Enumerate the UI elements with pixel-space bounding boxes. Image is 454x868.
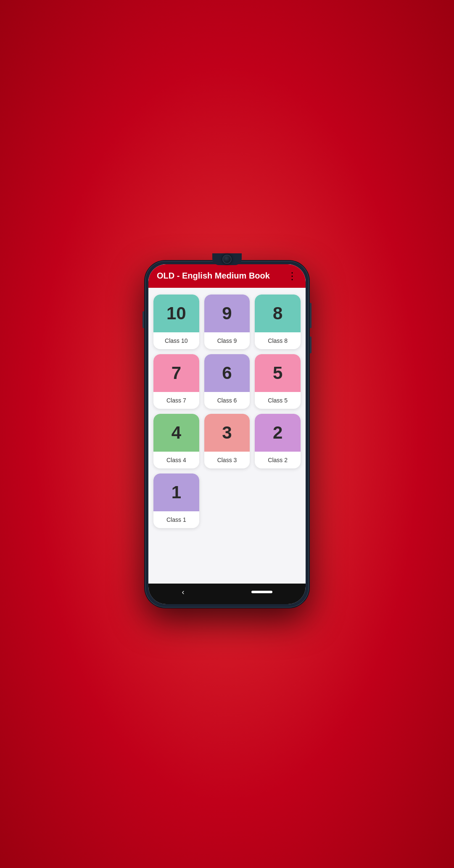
home-pill[interactable]	[251, 591, 272, 593]
card-label: Class 3	[204, 452, 250, 468]
card-color-block: 1	[153, 473, 199, 511]
card-label: Class 5	[255, 392, 301, 409]
back-button[interactable]: ‹	[182, 588, 185, 597]
class-grid: 10 Class 10 9 Class 9 8 Class 8 7 Class …	[148, 288, 306, 535]
card-label: Class 9	[204, 332, 250, 349]
class-card-8[interactable]: 8 Class 8	[255, 295, 301, 349]
card-number: 10	[166, 303, 186, 324]
class-card-5[interactable]: 5 Class 5	[255, 354, 301, 409]
card-color-block: 5	[255, 354, 301, 392]
card-number: 2	[273, 423, 282, 443]
app-title: OLD - English Medium Book	[157, 271, 270, 281]
class-card-3[interactable]: 3 Class 3	[204, 414, 250, 468]
card-color-block: 3	[204, 414, 250, 452]
card-label: Class 4	[153, 452, 199, 468]
class-card-10[interactable]: 10 Class 10	[153, 295, 199, 349]
card-label: Class 8	[255, 332, 301, 349]
app-header: OLD - English Medium Book ⋮	[148, 264, 306, 288]
card-color-block: 10	[153, 295, 199, 332]
class-card-9[interactable]: 9 Class 9	[204, 295, 250, 349]
side-button-volume	[143, 311, 144, 328]
side-button-bixby	[310, 337, 311, 353]
card-number: 8	[273, 303, 282, 324]
app-screen: OLD - English Medium Book ⋮ 10 Class 10 …	[148, 264, 306, 584]
bottom-nav-bar: ‹	[148, 584, 306, 604]
side-button-power	[310, 303, 311, 328]
card-number: 9	[222, 303, 232, 324]
class-card-4[interactable]: 4 Class 4	[153, 414, 199, 468]
card-color-block: 7	[153, 354, 199, 392]
class-card-6[interactable]: 6 Class 6	[204, 354, 250, 409]
card-label: Class 10	[153, 332, 199, 349]
card-number: 1	[172, 482, 181, 502]
camera-lens	[222, 255, 232, 264]
card-label: Class 7	[153, 392, 199, 409]
card-color-block: 8	[255, 295, 301, 332]
card-number: 7	[172, 363, 181, 383]
overflow-menu-icon[interactable]: ⋮	[287, 271, 297, 281]
card-color-block: 6	[204, 354, 250, 392]
camera-bump	[212, 253, 242, 265]
card-number: 6	[222, 363, 232, 383]
class-card-2[interactable]: 2 Class 2	[255, 414, 301, 468]
phone-frame: OLD - English Medium Book ⋮ 10 Class 10 …	[145, 261, 309, 608]
card-number: 3	[222, 423, 232, 443]
phone-screen: OLD - English Medium Book ⋮ 10 Class 10 …	[148, 264, 306, 604]
card-label: Class 6	[204, 392, 250, 409]
card-label: Class 2	[255, 452, 301, 468]
card-label: Class 1	[153, 511, 199, 528]
card-color-block: 4	[153, 414, 199, 452]
class-card-7[interactable]: 7 Class 7	[153, 354, 199, 409]
card-number: 4	[172, 423, 181, 443]
class-card-1[interactable]: 1 Class 1	[153, 473, 199, 528]
card-color-block: 9	[204, 295, 250, 332]
card-number: 5	[273, 363, 282, 383]
card-color-block: 2	[255, 414, 301, 452]
